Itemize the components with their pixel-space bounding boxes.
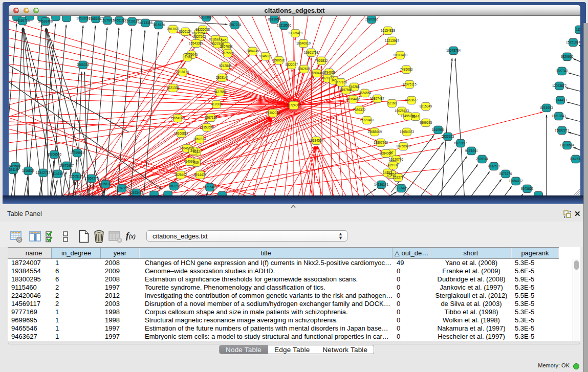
svg-text:15751074: 15751074 — [566, 40, 580, 44]
svg-text:19654985: 19654985 — [170, 116, 185, 120]
svg-text:1362615: 1362615 — [298, 67, 311, 71]
svg-text:2935114: 2935114 — [476, 157, 489, 161]
svg-text:15720407: 15720407 — [360, 118, 375, 122]
svg-text:10756928: 10756928 — [396, 144, 411, 148]
svg-text:7955812: 7955812 — [315, 59, 328, 62]
svg-text:2718170: 2718170 — [177, 70, 189, 74]
svg-text:10958107: 10958107 — [98, 182, 113, 186]
svg-text:1244413: 1244413 — [554, 98, 567, 102]
svg-text:16961758: 16961758 — [304, 51, 319, 54]
svg-text:17359924: 17359924 — [70, 151, 85, 155]
svg-text:25302033: 25302033 — [266, 111, 280, 115]
svg-text:9146821: 9146821 — [259, 54, 272, 58]
svg-text:9329966: 9329966 — [561, 55, 574, 58]
svg-text:16640910: 16640910 — [296, 41, 311, 45]
svg-text:16154838: 16154838 — [381, 29, 396, 32]
svg-text:8186323: 8186323 — [209, 37, 222, 41]
svg-text:9245652: 9245652 — [521, 187, 534, 190]
svg-text:349: 349 — [190, 149, 196, 152]
svg-text:13325419: 13325419 — [288, 31, 303, 35]
svg-text:10975887: 10975887 — [59, 164, 74, 167]
svg-text:9242848: 9242848 — [219, 64, 232, 68]
svg-text:3675685: 3675685 — [222, 51, 234, 55]
svg-text:19166827: 19166827 — [174, 132, 189, 135]
svg-text:9474444: 9474444 — [465, 149, 478, 152]
svg-text:12505135: 12505135 — [69, 174, 84, 178]
svg-text:114519: 114519 — [53, 172, 63, 176]
svg-text:12975115: 12975115 — [402, 82, 417, 86]
svg-text:9857791: 9857791 — [168, 184, 181, 188]
svg-text:9899695: 9899695 — [420, 121, 432, 124]
svg-text:15692971: 15692971 — [555, 128, 570, 132]
svg-text:1167534: 1167534 — [570, 157, 580, 161]
svg-text:62160: 62160 — [387, 101, 397, 105]
svg-text:39119: 39119 — [9, 168, 18, 171]
svg-text:3267130: 3267130 — [205, 116, 217, 119]
svg-text:9327503: 9327503 — [193, 35, 206, 38]
svg-text:10025433: 10025433 — [395, 109, 409, 113]
svg-text:3624554: 3624554 — [359, 91, 372, 95]
svg-text:1640954: 1640954 — [432, 128, 445, 132]
svg-text:13353594: 13353594 — [200, 125, 214, 129]
svg-text:12923448: 12923448 — [129, 191, 144, 194]
svg-text:6466160: 6466160 — [113, 18, 126, 22]
svg-text:17957275: 17957275 — [84, 177, 99, 180]
svg-text:13226058: 13226058 — [195, 28, 210, 31]
svg-text:546: 546 — [221, 38, 227, 42]
svg-text:8215953: 8215953 — [540, 106, 553, 110]
svg-text:9896: 9896 — [184, 55, 191, 59]
svg-text:16033809: 16033809 — [199, 16, 214, 19]
svg-text:5322037: 5322037 — [286, 63, 298, 67]
svg-text:2905334: 2905334 — [77, 63, 90, 67]
svg-text:10688609: 10688609 — [367, 130, 382, 134]
svg-text:7515526: 7515526 — [153, 23, 165, 27]
svg-text:1221338: 1221338 — [167, 86, 180, 90]
svg-text:10654112: 10654112 — [509, 179, 523, 183]
svg-text:16210643: 16210643 — [552, 114, 567, 118]
svg-text:12093872: 12093872 — [552, 84, 567, 87]
svg-text:7357224: 7357224 — [229, 23, 242, 27]
svg-text:1156829: 1156829 — [22, 169, 35, 172]
svg-text:16543382: 16543382 — [189, 41, 204, 45]
svg-text:14099: 14099 — [185, 160, 194, 163]
svg-text:8644: 8644 — [412, 115, 420, 118]
svg-text:7632621: 7632621 — [488, 164, 500, 168]
svg-text:6879197: 6879197 — [454, 141, 467, 145]
svg-text:417006: 417006 — [211, 102, 222, 106]
svg-text:252274: 252274 — [393, 176, 404, 179]
svg-text:9485061: 9485061 — [9, 164, 22, 168]
svg-text:19218506: 19218506 — [277, 24, 292, 27]
svg-text:9227343: 9227343 — [556, 69, 569, 73]
svg-text:2867608: 2867608 — [220, 45, 233, 48]
svg-text:16782759: 16782759 — [115, 186, 129, 190]
svg-text:1112: 1112 — [576, 28, 580, 31]
svg-text:16120746: 16120746 — [389, 158, 404, 161]
svg-text:5933923: 5933923 — [442, 135, 454, 138]
svg-text:18724007: 18724007 — [287, 103, 301, 107]
svg-text:7485063: 7485063 — [400, 68, 413, 71]
svg-text:14136141: 14136141 — [374, 183, 389, 186]
svg-text:8660124: 8660124 — [179, 30, 192, 33]
svg-text:14852: 14852 — [383, 171, 392, 174]
svg-text:9463627: 9463627 — [405, 98, 418, 102]
svg-text:9084067: 9084067 — [380, 151, 393, 155]
svg-text:8990448: 8990448 — [311, 71, 323, 75]
svg-text:12213967: 12213967 — [385, 39, 400, 42]
svg-text:7625402: 7625402 — [175, 173, 187, 177]
svg-text:14055714: 14055714 — [15, 19, 30, 23]
svg-text:9777169: 9777169 — [335, 80, 347, 84]
svg-text:8471676: 8471676 — [499, 172, 512, 176]
svg-text:15716485: 15716485 — [203, 185, 217, 189]
svg-text:10973493: 10973493 — [393, 53, 408, 57]
svg-text:10719185: 10719185 — [125, 19, 140, 23]
svg-text:19654923: 19654923 — [400, 130, 415, 134]
svg-text:20691406: 20691406 — [38, 19, 53, 23]
svg-text:8215349: 8215349 — [420, 104, 432, 108]
svg-text:16713355: 16713355 — [138, 21, 153, 25]
svg-text:10807487: 10807487 — [370, 97, 385, 100]
svg-text:20364436: 20364436 — [346, 97, 361, 101]
svg-text:1527602: 1527602 — [101, 18, 114, 22]
svg-text:6497568: 6497568 — [340, 88, 353, 92]
svg-text:415132: 415132 — [387, 163, 399, 167]
svg-text:8813054: 8813054 — [268, 17, 281, 21]
